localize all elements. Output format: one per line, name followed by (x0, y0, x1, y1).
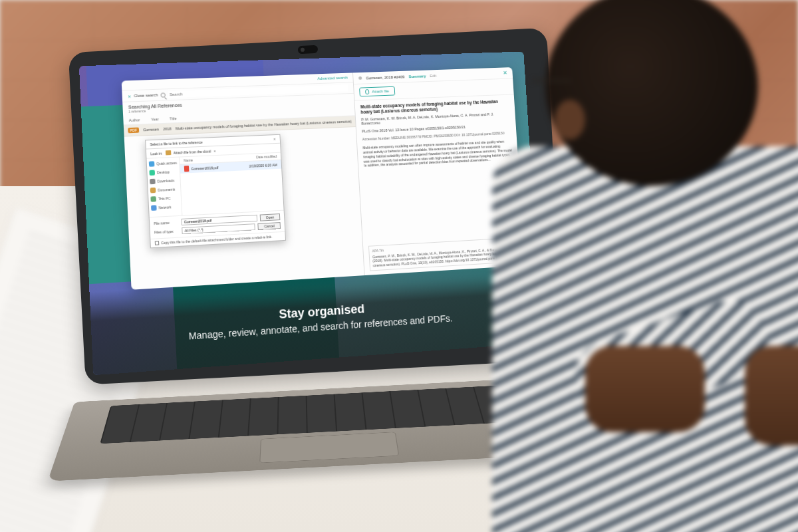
attach-file-label: Attach file (372, 89, 389, 94)
col-name[interactable]: Name (184, 158, 193, 163)
star-icon (149, 161, 155, 166)
lookin-value[interactable]: Attach file from the cloud (174, 149, 211, 155)
left-body: Select a file to link to the reference ✕… (124, 127, 364, 290)
result-author: Gorresen (143, 127, 159, 132)
search-pane: Advanced search ✕ Close search Searching… (122, 72, 365, 289)
col-year[interactable]: Year (151, 117, 159, 122)
detail-close-button[interactable]: ✕ (503, 70, 507, 76)
cancel-button[interactable]: Cancel (258, 222, 281, 230)
detail-pane: Gorresen, 2018 #2409 Summary Edit ✕ Atta… (353, 67, 525, 275)
folder-icon (165, 150, 171, 155)
keyboard (100, 383, 556, 444)
reference-manager-window: Advanced search ✕ Close search Searching… (122, 67, 525, 290)
col-date[interactable]: Date modified (256, 154, 277, 159)
checkbox-icon[interactable] (155, 241, 160, 245)
dialog-file-list: Name Date modified Gorresen2018.pdf (180, 153, 284, 215)
dialog-title: Select a file to link to the reference (150, 140, 202, 146)
col-author[interactable]: Author (129, 118, 140, 122)
downloads-icon (150, 179, 156, 185)
sidebar-documents[interactable]: Documents (150, 186, 179, 193)
trackpad (259, 432, 399, 463)
tab-edit[interactable]: Edit (430, 73, 436, 77)
dialog-body: Quick access Desktop Downloads Documents… (146, 153, 283, 217)
caption-heading: Stay organised (279, 302, 365, 322)
citation-box: APA 7th Gorresen, P. M., Brinck, K. W., … (368, 237, 519, 271)
pdf-file-icon (184, 166, 190, 172)
documents-icon (150, 188, 156, 194)
sidebar-downloads[interactable]: Downloads (150, 178, 178, 184)
close-search-button[interactable]: ✕ (128, 94, 132, 98)
file-open-dialog: Select a file to link to the reference ✕… (145, 134, 286, 249)
sidebar-network[interactable]: Network (151, 204, 180, 211)
detail-ref-id: Gorresen, 2018 #2409 (366, 74, 405, 80)
dialog-sidebar: Quick access Desktop Downloads Documents… (146, 158, 182, 217)
desktop-icon (149, 170, 155, 176)
tab-summary[interactable]: Summary (408, 74, 426, 78)
laptop-lid: Advanced search ✕ Close search Searching… (68, 28, 564, 385)
webcam (298, 45, 319, 55)
network-icon (151, 205, 157, 211)
filter-label: Files of type: (154, 229, 180, 234)
detail-abstract: Multi-state occupancy modeling can often… (363, 139, 513, 168)
open-button[interactable]: Open (259, 213, 280, 221)
search-icon (160, 92, 166, 97)
laptop-screen: Advanced search ✕ Close search Searching… (79, 51, 543, 375)
pdf-badge-icon: PDF (128, 128, 139, 134)
sidebar-thispc[interactable]: This PC (150, 195, 179, 201)
detail-body: Multi-state occupancy models of foraging… (355, 94, 523, 243)
filename-label: File name: (154, 220, 178, 225)
filter-select[interactable]: All Files (*.*) (182, 223, 255, 234)
attach-file-button[interactable]: Attach file (359, 86, 395, 97)
lookin-label: Look in: (150, 151, 162, 156)
result-year: 2018 (163, 127, 172, 132)
laptop-base (48, 376, 612, 481)
dialog-close-button[interactable]: ✕ (273, 137, 276, 141)
status-dot-icon (358, 76, 362, 80)
paperclip-icon (365, 89, 369, 94)
laptop: Advanced search ✕ Close search Searching… (42, 27, 597, 506)
scene: Advanced search ✕ Close search Searching… (0, 0, 798, 532)
pc-icon (150, 196, 156, 202)
file-date: 2/19/2020 6:20 AM (249, 162, 277, 168)
sidebar-desktop[interactable]: Desktop (149, 169, 178, 176)
sidebar-quick-access[interactable]: Quick access (149, 160, 178, 167)
close-search-label: Close search (134, 93, 158, 98)
chevron-down-icon[interactable]: ▾ (213, 149, 215, 153)
col-title[interactable]: Title (170, 116, 177, 120)
file-name: Gorresen2018.pdf (191, 166, 218, 171)
